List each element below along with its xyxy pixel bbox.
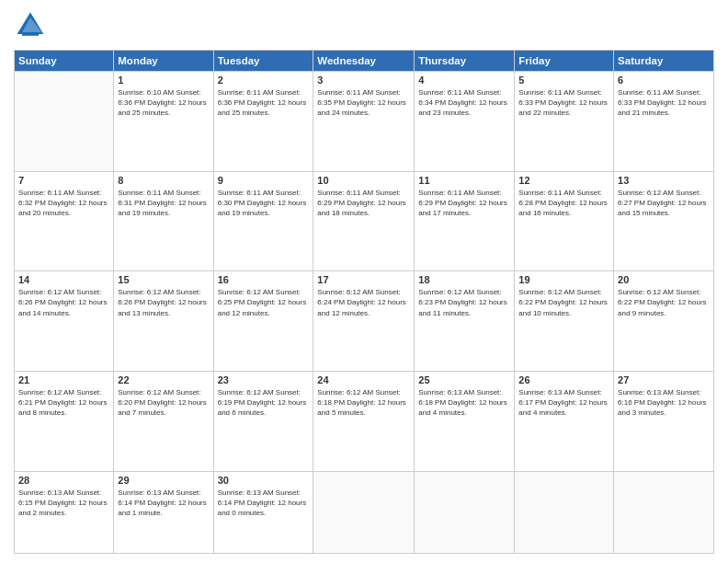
calendar-cell: 10Sunrise: 6:11 AM Sunset: 6:29 PM Dayli… <box>313 171 415 271</box>
page: SundayMondayTuesdayWednesdayThursdayFrid… <box>0 0 728 563</box>
calendar-header-monday: Monday <box>114 51 213 72</box>
calendar-header-saturday: Saturday <box>614 51 714 72</box>
day-info: Sunrise: 6:12 AM Sunset: 6:22 PM Dayligh… <box>518 287 609 318</box>
day-number: 15 <box>118 274 209 285</box>
calendar-cell: 11Sunrise: 6:11 AM Sunset: 6:29 PM Dayli… <box>415 171 515 271</box>
day-info: Sunrise: 6:11 AM Sunset: 6:32 PM Dayligh… <box>18 188 109 219</box>
day-number: 11 <box>418 175 510 186</box>
calendar-cell: 29Sunrise: 6:13 AM Sunset: 6:14 PM Dayli… <box>114 471 213 554</box>
day-number: 10 <box>317 175 410 186</box>
day-number: 16 <box>218 274 310 285</box>
calendar-cell: 8Sunrise: 6:11 AM Sunset: 6:31 PM Daylig… <box>114 171 213 271</box>
day-info: Sunrise: 6:13 AM Sunset: 6:14 PM Dayligh… <box>118 488 209 519</box>
calendar-header-row: SundayMondayTuesdayWednesdayThursdayFrid… <box>15 51 714 72</box>
svg-rect-2 <box>22 32 39 36</box>
calendar-week-row: 21Sunrise: 6:12 AM Sunset: 6:21 PM Dayli… <box>15 371 714 471</box>
calendar-cell: 20Sunrise: 6:12 AM Sunset: 6:22 PM Dayli… <box>614 271 714 372</box>
day-info: Sunrise: 6:13 AM Sunset: 6:18 PM Dayligh… <box>418 387 510 419</box>
calendar-cell: 24Sunrise: 6:12 AM Sunset: 6:18 PM Dayli… <box>313 371 415 471</box>
calendar-cell: 23Sunrise: 6:12 AM Sunset: 6:19 PM Dayli… <box>213 371 313 471</box>
day-number: 9 <box>218 175 310 186</box>
day-number: 8 <box>118 175 209 186</box>
day-info: Sunrise: 6:11 AM Sunset: 6:36 PM Dayligh… <box>218 87 310 119</box>
calendar-week-row: 1Sunrise: 6:10 AM Sunset: 6:36 PM Daylig… <box>15 72 714 172</box>
day-info: Sunrise: 6:11 AM Sunset: 6:29 PM Dayligh… <box>317 188 410 219</box>
calendar-header-thursday: Thursday <box>415 51 515 72</box>
calendar-cell: 19Sunrise: 6:12 AM Sunset: 6:22 PM Dayli… <box>515 271 614 372</box>
day-number: 21 <box>18 374 109 385</box>
day-info: Sunrise: 6:11 AM Sunset: 6:28 PM Dayligh… <box>518 188 609 219</box>
day-info: Sunrise: 6:10 AM Sunset: 6:36 PM Dayligh… <box>118 87 209 119</box>
calendar-cell: 21Sunrise: 6:12 AM Sunset: 6:21 PM Dayli… <box>15 371 114 471</box>
calendar-cell: 28Sunrise: 6:13 AM Sunset: 6:15 PM Dayli… <box>15 471 114 554</box>
calendar-cell: 12Sunrise: 6:11 AM Sunset: 6:28 PM Dayli… <box>515 171 614 271</box>
calendar-cell <box>313 471 415 554</box>
day-info: Sunrise: 6:13 AM Sunset: 6:16 PM Dayligh… <box>618 387 710 419</box>
calendar-header-tuesday: Tuesday <box>213 51 313 72</box>
calendar-cell <box>15 72 114 172</box>
calendar-header-friday: Friday <box>515 51 614 72</box>
day-number: 12 <box>518 175 609 186</box>
calendar-cell: 26Sunrise: 6:13 AM Sunset: 6:17 PM Dayli… <box>515 371 614 471</box>
day-info: Sunrise: 6:12 AM Sunset: 6:26 PM Dayligh… <box>18 287 109 318</box>
calendar-cell: 13Sunrise: 6:12 AM Sunset: 6:27 PM Dayli… <box>614 171 714 271</box>
day-number: 26 <box>518 374 609 385</box>
day-number: 13 <box>618 175 710 186</box>
day-info: Sunrise: 6:12 AM Sunset: 6:27 PM Dayligh… <box>618 188 710 219</box>
day-info: Sunrise: 6:12 AM Sunset: 6:20 PM Dayligh… <box>118 387 209 419</box>
header <box>14 9 714 42</box>
day-info: Sunrise: 6:11 AM Sunset: 6:35 PM Dayligh… <box>317 87 410 119</box>
day-info: Sunrise: 6:12 AM Sunset: 6:23 PM Dayligh… <box>418 287 510 318</box>
calendar-cell: 6Sunrise: 6:11 AM Sunset: 6:33 PM Daylig… <box>614 72 714 172</box>
calendar-cell: 4Sunrise: 6:11 AM Sunset: 6:34 PM Daylig… <box>415 72 515 172</box>
calendar-cell <box>415 471 515 554</box>
day-number: 18 <box>418 274 510 285</box>
day-info: Sunrise: 6:12 AM Sunset: 6:24 PM Dayligh… <box>317 287 410 318</box>
calendar-week-row: 28Sunrise: 6:13 AM Sunset: 6:15 PM Dayli… <box>15 471 714 554</box>
calendar-cell: 30Sunrise: 6:13 AM Sunset: 6:14 PM Dayli… <box>213 471 313 554</box>
calendar-cell: 3Sunrise: 6:11 AM Sunset: 6:35 PM Daylig… <box>313 72 415 172</box>
calendar-cell <box>614 471 714 554</box>
calendar-cell: 16Sunrise: 6:12 AM Sunset: 6:25 PM Dayli… <box>213 271 313 372</box>
day-number: 14 <box>18 274 109 285</box>
logo-icon <box>14 9 47 42</box>
day-info: Sunrise: 6:12 AM Sunset: 6:26 PM Dayligh… <box>118 287 209 318</box>
day-number: 20 <box>618 274 710 285</box>
calendar-cell: 9Sunrise: 6:11 AM Sunset: 6:30 PM Daylig… <box>213 171 313 271</box>
day-number: 23 <box>218 374 310 385</box>
calendar-cell: 15Sunrise: 6:12 AM Sunset: 6:26 PM Dayli… <box>114 271 213 372</box>
day-number: 30 <box>218 475 310 486</box>
day-number: 25 <box>418 374 510 385</box>
calendar-table: SundayMondayTuesdayWednesdayThursdayFrid… <box>14 50 714 554</box>
day-info: Sunrise: 6:11 AM Sunset: 6:33 PM Dayligh… <box>518 87 609 119</box>
day-number: 3 <box>317 75 410 86</box>
calendar-cell: 17Sunrise: 6:12 AM Sunset: 6:24 PM Dayli… <box>313 271 415 372</box>
day-info: Sunrise: 6:11 AM Sunset: 6:30 PM Dayligh… <box>218 188 310 219</box>
day-info: Sunrise: 6:11 AM Sunset: 6:29 PM Dayligh… <box>418 188 510 219</box>
day-number: 22 <box>118 374 209 385</box>
calendar-cell: 1Sunrise: 6:10 AM Sunset: 6:36 PM Daylig… <box>114 72 213 172</box>
day-info: Sunrise: 6:11 AM Sunset: 6:33 PM Dayligh… <box>618 87 710 119</box>
calendar-header-sunday: Sunday <box>15 51 114 72</box>
day-number: 17 <box>317 274 410 285</box>
day-info: Sunrise: 6:13 AM Sunset: 6:15 PM Dayligh… <box>18 488 109 519</box>
day-number: 7 <box>18 175 109 186</box>
day-number: 4 <box>418 75 510 86</box>
calendar-week-row: 7Sunrise: 6:11 AM Sunset: 6:32 PM Daylig… <box>15 171 714 271</box>
calendar-cell: 2Sunrise: 6:11 AM Sunset: 6:36 PM Daylig… <box>213 72 313 172</box>
calendar-cell: 7Sunrise: 6:11 AM Sunset: 6:32 PM Daylig… <box>15 171 114 271</box>
calendar-cell: 14Sunrise: 6:12 AM Sunset: 6:26 PM Dayli… <box>15 271 114 372</box>
day-number: 1 <box>118 75 209 86</box>
calendar-week-row: 14Sunrise: 6:12 AM Sunset: 6:26 PM Dayli… <box>15 271 714 372</box>
calendar-cell: 22Sunrise: 6:12 AM Sunset: 6:20 PM Dayli… <box>114 371 213 471</box>
day-info: Sunrise: 6:12 AM Sunset: 6:21 PM Dayligh… <box>18 387 109 419</box>
day-info: Sunrise: 6:12 AM Sunset: 6:19 PM Dayligh… <box>218 387 310 419</box>
calendar-header-wednesday: Wednesday <box>313 51 415 72</box>
day-info: Sunrise: 6:12 AM Sunset: 6:25 PM Dayligh… <box>218 287 310 318</box>
day-info: Sunrise: 6:12 AM Sunset: 6:18 PM Dayligh… <box>317 387 410 419</box>
day-number: 5 <box>518 75 609 86</box>
calendar-cell: 25Sunrise: 6:13 AM Sunset: 6:18 PM Dayli… <box>415 371 515 471</box>
day-number: 24 <box>317 374 410 385</box>
day-info: Sunrise: 6:11 AM Sunset: 6:34 PM Dayligh… <box>418 87 510 119</box>
day-number: 28 <box>18 475 109 486</box>
